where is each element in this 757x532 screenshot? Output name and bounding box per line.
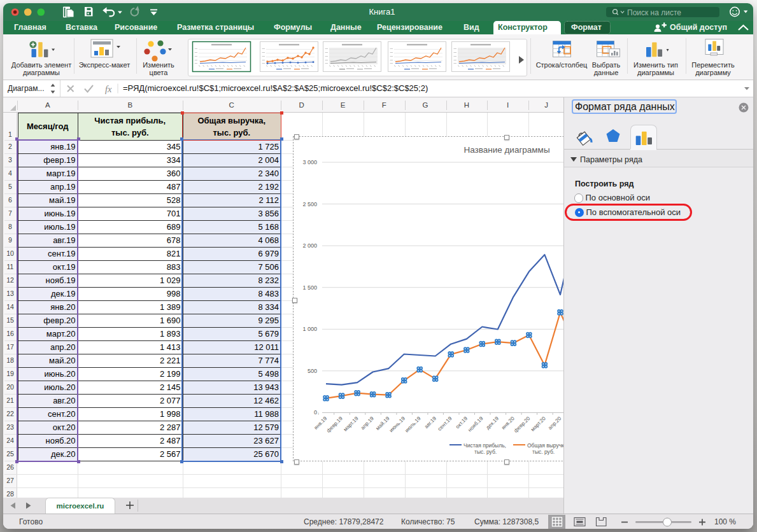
svg-text:3 000: 3 000	[302, 159, 317, 165]
svg-text:Название диаграммы: Название диаграммы	[463, 145, 549, 155]
svg-text:Поиск на листе: Поиск на листе	[627, 8, 681, 17]
svg-text:Общая выручка,: Общая выручка,	[527, 442, 563, 449]
svg-text:0: 0	[314, 409, 317, 416]
svg-text:Чистая прибыль,: Чистая прибыль,	[463, 442, 506, 449]
svg-text:1 500: 1 500	[302, 284, 317, 291]
svg-text:2 000: 2 000	[302, 242, 317, 249]
svg-text:500: 500	[308, 368, 317, 374]
svg-text:1 000: 1 000	[302, 326, 317, 332]
svg-text:тыс. руб.: тыс. руб.	[474, 449, 497, 455]
svg-text:тыс. руб.: тыс. руб.	[532, 449, 555, 455]
svg-text:2 500: 2 500	[302, 201, 317, 207]
svg-text:fx: fx	[105, 83, 112, 94]
